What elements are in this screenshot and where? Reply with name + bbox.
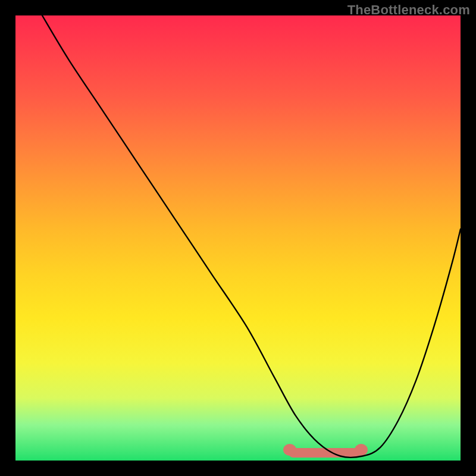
- chart-container: TheBottleneck.com: [0, 0, 476, 476]
- curve-svg: [15, 15, 461, 461]
- plot-area: [15, 15, 461, 461]
- bottleneck-curve: [42, 15, 461, 458]
